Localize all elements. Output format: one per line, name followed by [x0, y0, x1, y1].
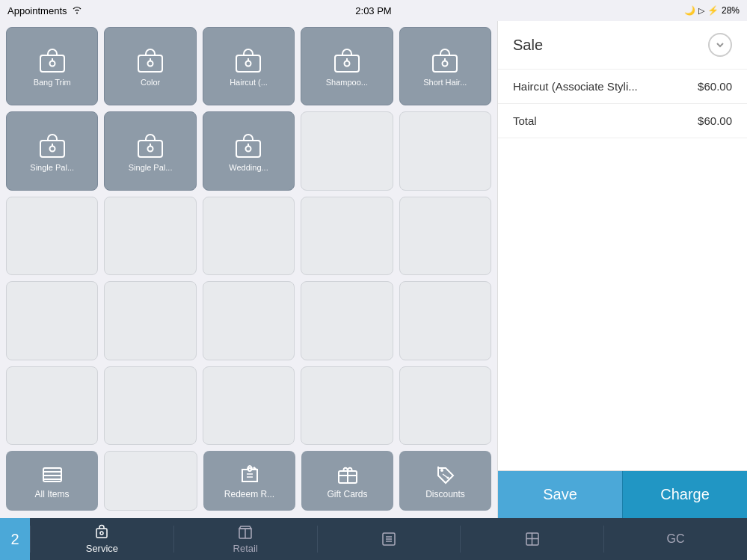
briefcase-icon: [134, 48, 167, 78]
service-tile-18[interactable]: [301, 281, 393, 360]
status-bar: Appointments 2:03 PM 🌙 ▷ ⚡ 28%: [0, 0, 747, 21]
svg-rect-36: [96, 529, 107, 538]
service-tile-17[interactable]: [203, 281, 295, 360]
gift-cards-label: Gift Cards: [327, 489, 367, 499]
item-price: $60.00: [698, 80, 732, 93]
svg-rect-6: [236, 55, 260, 72]
tab-bar: 2 Service Retail: [0, 518, 747, 560]
svg-rect-15: [40, 141, 64, 157]
svg-point-19: [148, 146, 153, 151]
tab-gc[interactable]: GC: [604, 518, 747, 560]
service-tile-2[interactable]: Haircut (...: [203, 27, 295, 105]
service-tile-3[interactable]: Shampoo...: [301, 27, 393, 105]
tab-grid[interactable]: [461, 518, 603, 560]
briefcase-icon: [134, 133, 167, 163]
svg-point-1: [49, 61, 55, 67]
services-grid: Bang Trim Color Haircut (.: [6, 27, 491, 445]
tab-retail[interactable]: Retail: [174, 518, 317, 560]
tab-badge[interactable]: 2: [0, 518, 30, 560]
total-row: Total $60.00: [498, 104, 747, 138]
briefcase-icon: [36, 133, 69, 163]
service-tile-14[interactable]: [399, 197, 491, 275]
moon-icon: 🌙: [684, 5, 695, 16]
service-tile-label: Haircut (...: [230, 78, 268, 87]
briefcase-icon: [331, 48, 363, 78]
status-time: 2:03 PM: [355, 5, 391, 16]
svg-point-4: [148, 61, 153, 67]
service-tile-22[interactable]: [203, 366, 295, 445]
svg-point-37: [100, 532, 103, 535]
main-layout: Bang Trim Color Haircut (.: [0, 21, 747, 518]
left-panel: Bang Trim Color Haircut (.: [0, 21, 497, 518]
briefcase-icon: [232, 48, 265, 78]
service-tile-7[interactable]: Wedding...: [203, 111, 295, 190]
service-tile-12[interactable]: [203, 197, 295, 275]
service-tile-5[interactable]: Single Pal...: [6, 111, 98, 190]
service-tile-1[interactable]: Color: [104, 27, 196, 105]
service-tile-21[interactable]: [104, 366, 196, 445]
service-tile-8[interactable]: [301, 111, 393, 190]
service-tile-label: Color: [141, 78, 160, 87]
svg-point-16: [49, 146, 55, 151]
svg-point-22: [246, 146, 251, 151]
redeem-r-button[interactable]: Redeem R...: [203, 451, 295, 511]
category-bar: All Items Redeem R...: [6, 451, 491, 511]
svg-rect-12: [433, 55, 457, 72]
charge-button[interactable]: Charge: [622, 471, 747, 518]
service-tile-13[interactable]: [301, 197, 393, 275]
tab-service[interactable]: Service: [31, 518, 173, 560]
service-tile-11[interactable]: [104, 197, 196, 275]
tab-gc-label: GC: [667, 532, 685, 546]
location-icon: ▷: [698, 6, 704, 16]
service-tile-20[interactable]: [6, 366, 98, 445]
battery-text: 28%: [722, 5, 740, 16]
service-tile-10[interactable]: [6, 197, 98, 275]
service-tile-label: Shampoo...: [326, 78, 368, 87]
bluetooth-icon: ⚡: [707, 5, 719, 16]
total-price: $60.00: [698, 114, 732, 127]
briefcase-icon: [428, 48, 461, 78]
service-tile-6[interactable]: Single Pal...: [104, 111, 196, 190]
service-tile-label: Wedding...: [229, 163, 268, 173]
service-tile-23[interactable]: [301, 366, 393, 445]
redeem-r-label: Redeem R...: [224, 489, 274, 499]
sale-title: Sale: [513, 37, 543, 54]
svg-rect-9: [335, 55, 359, 72]
service-tile-label: Single Pal...: [129, 163, 173, 173]
discounts-label: Discounts: [425, 489, 465, 499]
service-tile-24[interactable]: [399, 366, 491, 445]
service-tile-4[interactable]: Short Hair...: [399, 27, 491, 105]
service-tile-label: Bang Trim: [34, 78, 71, 87]
svg-point-28: [248, 468, 251, 471]
service-tile-9[interactable]: [399, 111, 491, 190]
tab-service-label: Service: [86, 543, 118, 554]
service-tile-19[interactable]: [399, 281, 491, 360]
service-tile-label: Short Hair...: [423, 78, 467, 87]
status-right: 🌙 ▷ ⚡ 28%: [684, 5, 740, 16]
service-tile-15[interactable]: [6, 281, 98, 360]
right-panel: Sale Haircut (Associate Styli... $60.00 …: [497, 21, 747, 518]
briefcase-icon: [36, 48, 69, 78]
service-tile-0[interactable]: Bang Trim: [6, 27, 98, 105]
save-button[interactable]: Save: [498, 471, 622, 518]
discounts-button[interactable]: Discounts: [399, 451, 491, 511]
svg-point-13: [443, 61, 448, 67]
total-label: Total: [513, 114, 537, 127]
sale-item-row[interactable]: Haircut (Associate Styli... $60.00: [498, 70, 747, 104]
all-items-button[interactable]: All Items: [6, 451, 98, 511]
item-name: Haircut (Associate Styli...: [513, 80, 692, 93]
chevron-down-button[interactable]: [708, 33, 732, 57]
app-name: Appointments: [7, 5, 67, 16]
sale-header: Sale: [498, 21, 747, 70]
svg-rect-3: [138, 55, 162, 72]
gift-cards-button[interactable]: Gift Cards: [301, 451, 393, 511]
briefcase-icon: [232, 133, 265, 163]
service-tile-16[interactable]: [104, 281, 196, 360]
svg-point-33: [440, 469, 443, 472]
status-left: Appointments: [7, 5, 82, 16]
tab-list[interactable]: [318, 518, 461, 560]
svg-rect-21: [236, 141, 260, 157]
service-tile-label: Single Pal...: [30, 163, 74, 173]
tab-retail-label: Retail: [233, 543, 258, 554]
all-items-label: All Items: [34, 489, 69, 499]
